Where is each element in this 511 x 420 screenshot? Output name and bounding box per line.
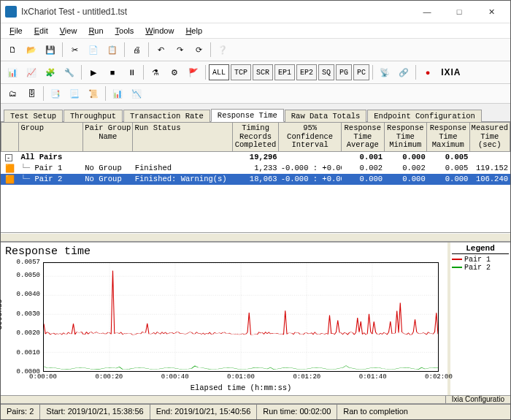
row-label: Pair 2 — [34, 175, 62, 183]
filter-all-button[interactable]: ALL — [209, 64, 229, 80]
undo-icon[interactable]: ↶ — [152, 41, 169, 58]
chart-panel: Response time Seconds 0.00000.00100.0020… — [1, 243, 447, 395]
copy-icon[interactable]: 📄 — [85, 41, 102, 58]
close-button[interactable]: ✕ — [475, 1, 507, 22]
refresh-icon[interactable]: ⟳ — [190, 41, 207, 58]
run-icon[interactable]: ▶ — [85, 64, 102, 81]
config-icon[interactable]: ⚙ — [166, 64, 183, 81]
filter-pc-button[interactable]: PC — [353, 64, 369, 80]
col-max[interactable]: Response TimeMaximum — [427, 122, 470, 152]
separator — [43, 86, 44, 101]
redo-icon[interactable]: ↷ — [171, 41, 188, 58]
print-icon[interactable]: 🖨 — [128, 41, 145, 58]
app-icon — [5, 6, 17, 18]
save-icon[interactable]: 💾 — [42, 41, 59, 58]
horizontal-splitter[interactable] — [1, 233, 510, 242]
filter-icon[interactable]: ⚗ — [147, 64, 164, 81]
new-icon[interactable]: 🗋 — [4, 41, 21, 58]
row-conf: -0.000 : +0.000 — [280, 163, 342, 173]
open-icon[interactable]: 📂 — [23, 41, 40, 58]
col-group[interactable]: Group — [19, 122, 83, 152]
tool-icon[interactable]: 📈 — [23, 64, 40, 81]
mini-tool-icon[interactable]: 📃 — [66, 85, 83, 102]
pair-icon: 🟧 — [1, 163, 19, 174]
tab-throughput[interactable]: Throughput — [64, 110, 123, 122]
legend-item[interactable]: Pair 2 — [452, 264, 509, 272]
row-max: 0.000 — [428, 174, 471, 184]
menu-file[interactable]: File — [4, 25, 28, 37]
tab-transaction-rate[interactable]: Transaction Rate — [123, 110, 210, 122]
tool-icon[interactable]: 🧩 — [42, 64, 59, 81]
menu-edit[interactable]: Edit — [28, 25, 54, 37]
row-group: No Group — [83, 163, 133, 173]
separator — [415, 65, 416, 80]
tab-test-setup[interactable]: Test Setup — [4, 110, 63, 122]
menu-view[interactable]: View — [54, 25, 83, 37]
record-icon[interactable]: ● — [419, 64, 437, 81]
status-bar: Pairs: 2 Start: 2019/10/21, 15:38:56 End… — [1, 404, 510, 419]
flag-icon[interactable]: 🚩 — [185, 64, 202, 81]
menu-window[interactable]: Window — [139, 25, 180, 37]
maximize-button[interactable]: □ — [443, 1, 475, 22]
col-run-status[interactable]: Run Status — [133, 122, 232, 152]
stop-icon[interactable]: ■ — [104, 64, 121, 81]
help-icon[interactable]: ❔ — [214, 41, 231, 58]
x-axis-label: Elapsed time (h:mm:ss) — [43, 383, 439, 392]
chart-plot[interactable]: Seconds 0.00000.00100.00200.00300.00400.… — [5, 259, 443, 392]
root-records: 19,296 — [233, 152, 279, 162]
tool-icon[interactable]: 🔧 — [61, 64, 78, 81]
minimize-button[interactable]: — — [411, 1, 443, 22]
separator — [81, 65, 82, 80]
grid-root-row[interactable]: - All Pairs 19,296 0.001 0.000 0.005 — [1, 152, 510, 163]
menu-run[interactable]: Run — [82, 25, 109, 37]
filter-scr-button[interactable]: SCR — [253, 64, 273, 80]
table-row[interactable]: 🟧 └─ Pair 1 No Group Finished 1,233 -0.0… — [1, 163, 510, 174]
menu-help[interactable]: Help — [180, 25, 208, 37]
tree-toggle-icon[interactable]: - — [1, 152, 19, 162]
paste-icon[interactable]: 📋 — [104, 41, 121, 58]
filter-ep1-button[interactable]: EP1 — [274, 64, 295, 80]
tool-icon[interactable]: 🔗 — [395, 64, 412, 81]
menu-bar: File Edit View Run Tools Window Help — [1, 23, 510, 39]
pause-icon[interactable]: ⏸ — [123, 64, 140, 81]
row-min: 0.000 — [385, 174, 428, 184]
tool-icon[interactable]: 📡 — [376, 64, 393, 81]
col-pair-group-name[interactable]: Pair GroupName — [83, 122, 133, 152]
status-pairs: Pairs: 2 — [1, 405, 40, 419]
tab-raw-data-totals[interactable]: Raw Data Totals — [285, 110, 367, 122]
mini-tool-icon[interactable]: 🗂 — [4, 85, 21, 102]
col-timing-records[interactable]: Timing RecordsCompleted — [233, 122, 279, 152]
mini-tool-icon[interactable]: 📜 — [85, 85, 102, 102]
table-row[interactable]: 🟧 └─ Pair 2 No Group Finished: Warning(s… — [1, 174, 510, 185]
row-records: 18,063 — [233, 174, 279, 184]
col-confidence[interactable]: 95% ConfidenceInterval — [279, 122, 342, 152]
col-avg[interactable]: Response TimeAverage — [342, 122, 385, 152]
mini-tool-icon[interactable]: 📉 — [128, 85, 145, 102]
mini-tool-icon[interactable]: 🗄 — [23, 85, 40, 102]
filter-tcp-button[interactable]: TCP — [231, 64, 251, 80]
menu-tools[interactable]: Tools — [110, 25, 140, 37]
filter-sq-button[interactable]: SQ — [318, 64, 334, 80]
legend-title: Legend — [452, 244, 509, 254]
tool-icon[interactable]: 📊 — [4, 64, 21, 81]
col-min[interactable]: Response TimeMinimum — [385, 122, 428, 152]
root-max: 0.005 — [428, 152, 471, 162]
filter-pg-button[interactable]: PG — [336, 64, 352, 80]
root-min: 0.000 — [385, 152, 428, 162]
legend-item[interactable]: Pair 1 — [452, 256, 509, 264]
config-status-divider: Ixia Configuratio — [1, 395, 510, 404]
status-end: End: 2019/10/21, 15:40:56 — [150, 405, 258, 419]
cut-icon[interactable]: ✂ — [66, 41, 83, 58]
row-max: 0.005 — [428, 163, 471, 173]
col-icon[interactable] — [1, 122, 19, 152]
grid-body[interactable]: - All Pairs 19,296 0.001 0.000 0.005 🟧 └… — [1, 152, 510, 232]
row-measured: 106.240 — [470, 174, 510, 184]
mini-tool-icon[interactable]: 📑 — [47, 85, 64, 102]
legend-label: Pair 2 — [464, 264, 491, 272]
results-grid: Group Pair GroupName Run Status Timing R… — [1, 122, 510, 233]
tab-response-time[interactable]: Response Time — [211, 109, 284, 122]
tab-endpoint-configuration[interactable]: Endpoint Configuration — [367, 110, 482, 122]
col-measured-time[interactable]: MeasuredTime (sec) — [470, 122, 510, 152]
mini-tool-icon[interactable]: 📊 — [109, 85, 126, 102]
filter-ep2-button[interactable]: EP2 — [296, 64, 317, 80]
